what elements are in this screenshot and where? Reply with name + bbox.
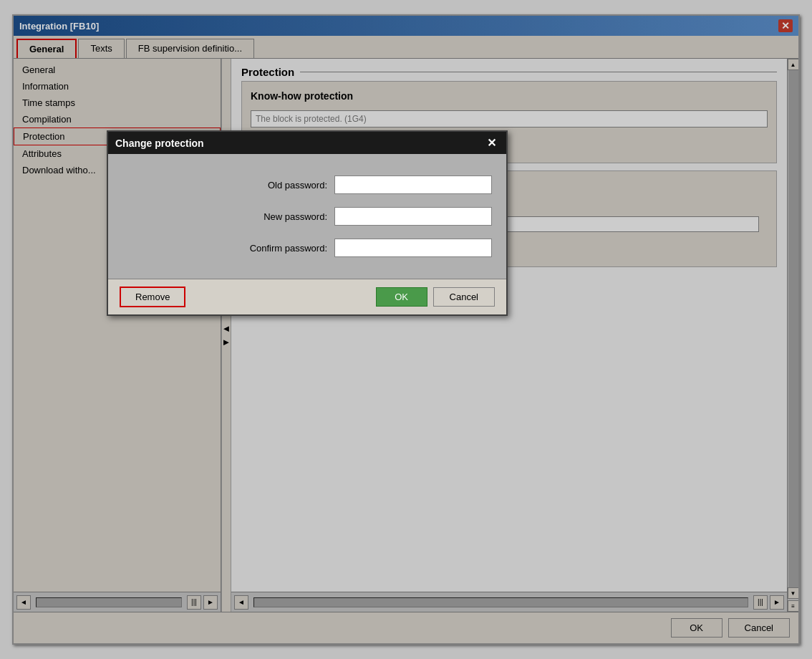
old-password-input[interactable]	[334, 175, 492, 194]
modal-overlay: Change protection ✕ Old password: New pa…	[14, 16, 798, 643]
modal-cancel-button[interactable]: Cancel	[433, 287, 495, 307]
modal-close-button[interactable]: ✕	[484, 136, 499, 150]
remove-button[interactable]: Remove	[120, 287, 185, 307]
confirm-password-row: Confirm password:	[122, 239, 492, 257]
new-password-row: New password:	[122, 207, 492, 226]
modal-ok-button[interactable]: OK	[376, 287, 427, 307]
modal-footer-right: OK Cancel	[376, 287, 495, 307]
confirm-password-input[interactable]	[334, 239, 492, 257]
modal-body: Old password: New password: Confirm pass…	[108, 154, 506, 279]
modal-footer: Remove OK Cancel	[108, 279, 506, 314]
old-password-row: Old password:	[122, 175, 492, 194]
modal-title: Change protection	[115, 138, 204, 149]
new-password-label: New password:	[234, 211, 327, 222]
main-window: Integration [FB10] ✕ General Texts FB su…	[12, 14, 800, 645]
old-password-label: Old password:	[234, 180, 327, 191]
modal-title-bar: Change protection ✕	[108, 132, 506, 154]
confirm-password-label: Confirm password:	[234, 243, 327, 254]
new-password-input[interactable]	[334, 207, 492, 226]
change-protection-dialog: Change protection ✕ Old password: New pa…	[107, 130, 508, 316]
